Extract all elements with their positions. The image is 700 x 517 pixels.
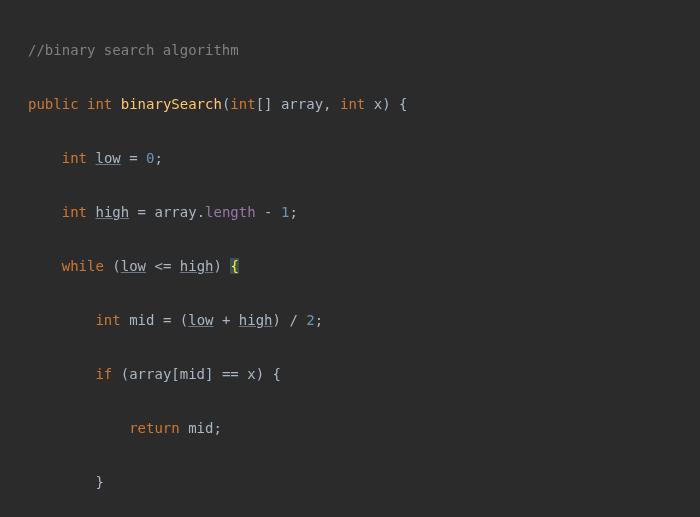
keyword-return: return bbox=[129, 420, 180, 436]
punct-rbrack: ] bbox=[205, 366, 213, 382]
punct-rparen: ) bbox=[382, 96, 390, 112]
param-x: x bbox=[247, 366, 255, 382]
code-line: while (low <= high) { bbox=[0, 253, 700, 280]
punct-rparen: ) bbox=[214, 258, 222, 274]
op-eqeq: == bbox=[222, 366, 239, 382]
param-array: array bbox=[281, 96, 323, 112]
param-x: x bbox=[374, 96, 382, 112]
punct-semi: ; bbox=[289, 204, 297, 220]
punct-lbrace: { bbox=[273, 366, 281, 382]
var-high: high bbox=[180, 258, 214, 274]
code-line: int low = 0; bbox=[0, 145, 700, 172]
keyword-int: int bbox=[340, 96, 365, 112]
code-line: if (array[mid] == x) { bbox=[0, 361, 700, 388]
punct-lbrack: [ bbox=[171, 366, 179, 382]
code-line: //binary search algorithm bbox=[0, 37, 700, 64]
var-low: low bbox=[188, 312, 213, 328]
keyword-int: int bbox=[95, 312, 120, 328]
punct-lparen: ( bbox=[121, 366, 129, 382]
var-mid: mid bbox=[188, 420, 213, 436]
punct-lparen: ( bbox=[180, 312, 188, 328]
number-2: 2 bbox=[306, 312, 314, 328]
keyword-public: public bbox=[28, 96, 79, 112]
code-line: int high = array.length - 1; bbox=[0, 199, 700, 226]
number-0: 0 bbox=[146, 150, 154, 166]
code-line: } bbox=[0, 469, 700, 496]
punct-eq: = bbox=[163, 312, 171, 328]
function-name: binarySearch bbox=[121, 96, 222, 112]
punct-semi: ; bbox=[213, 420, 221, 436]
punct-lparen: ( bbox=[112, 258, 120, 274]
comment-text: //binary search algorithm bbox=[28, 42, 239, 58]
punct-rparen: ) bbox=[256, 366, 264, 382]
punct-eq: = bbox=[129, 150, 137, 166]
punct-rbrace: } bbox=[95, 474, 103, 490]
punct-lbrace: { bbox=[399, 96, 407, 112]
punct-slash: / bbox=[289, 312, 297, 328]
keyword-int: int bbox=[62, 150, 87, 166]
punct-dot: . bbox=[197, 204, 205, 220]
punct-minus: - bbox=[264, 204, 272, 220]
code-line: int mid = (low + high) / 2; bbox=[0, 307, 700, 334]
keyword-int: int bbox=[87, 96, 112, 112]
punct-eq: = bbox=[138, 204, 146, 220]
op-le: <= bbox=[154, 258, 171, 274]
punct-semi: ; bbox=[155, 150, 163, 166]
var-low: low bbox=[95, 150, 120, 166]
var-mid: mid bbox=[129, 312, 154, 328]
punct-comma: , bbox=[323, 96, 331, 112]
keyword-while: while bbox=[62, 258, 104, 274]
punct-brackets: [] bbox=[256, 96, 273, 112]
var-high: high bbox=[239, 312, 273, 328]
keyword-if: if bbox=[95, 366, 112, 382]
var-low: low bbox=[121, 258, 146, 274]
keyword-int: int bbox=[230, 96, 255, 112]
var-high: high bbox=[95, 204, 129, 220]
field-length: length bbox=[205, 204, 256, 220]
param-array: array bbox=[154, 204, 196, 220]
code-editor[interactable]: //binary search algorithm public int bin… bbox=[0, 0, 700, 517]
punct-rparen: ) bbox=[273, 312, 281, 328]
punct-semi: ; bbox=[315, 312, 323, 328]
code-line: public int binarySearch(int[] array, int… bbox=[0, 91, 700, 118]
code-line: return mid; bbox=[0, 415, 700, 442]
matched-brace-open: { bbox=[230, 258, 238, 274]
punct-plus: + bbox=[222, 312, 230, 328]
keyword-int: int bbox=[62, 204, 87, 220]
var-mid: mid bbox=[180, 366, 205, 382]
param-array: array bbox=[129, 366, 171, 382]
